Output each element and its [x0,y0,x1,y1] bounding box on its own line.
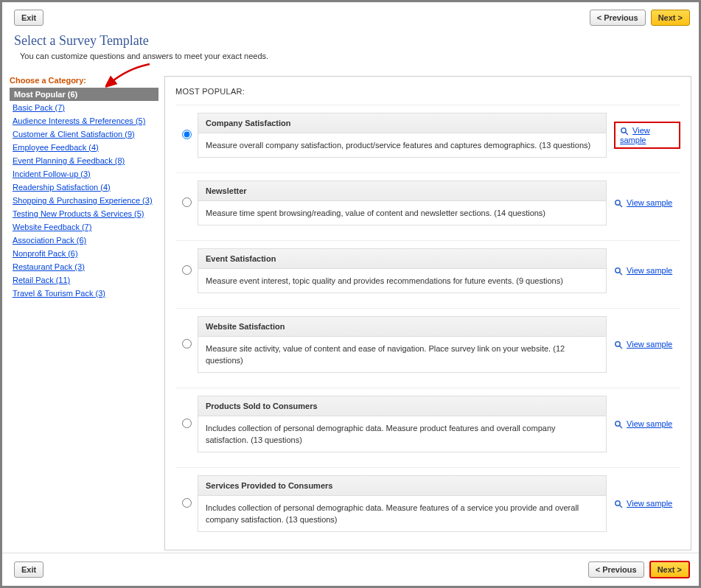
magnifier-icon [614,420,623,429]
template-row: Event Satisfaction Measure event interes… [175,240,680,308]
template-list-panel: MOST POPULAR: Company Satisfaction Measu… [164,76,691,550]
svg-point-4 [615,268,620,273]
template-row: Company Satisfaction Measure overall com… [175,105,680,172]
magnifier-icon [614,500,623,508]
template-radio[interactable] [182,265,192,275]
sidebar-item[interactable]: Employee Feedback (4) [13,143,99,152]
svg-line-3 [620,205,623,208]
template-radio[interactable] [182,130,192,139]
bottom-toolbar: Exit < Previous Next > [2,553,699,586]
sidebar-item[interactable]: Nonprofit Pack (6) [13,249,78,258]
svg-point-2 [615,200,620,205]
sidebar-item[interactable]: Incident Follow-up (3) [13,169,91,178]
magnifier-icon [614,267,623,276]
svg-line-1 [626,133,629,136]
view-sample-link[interactable]: View sample [627,198,672,207]
page-title: Select a Survey Template [14,33,687,49]
template-radio[interactable] [182,339,192,349]
template-desc: Includes collection of personal demograp… [198,416,606,452]
sidebar-item[interactable]: Readership Satisfaction (4) [13,183,111,192]
sidebar-item[interactable]: Basic Pack (7) [13,103,65,112]
next-button[interactable]: Next > [651,10,690,26]
svg-line-5 [620,273,623,276]
view-sample-link[interactable]: View sample [627,499,672,508]
template-row: Newsletter Measure time spent browsing/r… [175,172,680,240]
template-title: Services Provided to Consumers [198,476,606,496]
svg-point-6 [615,342,620,346]
template-title: Products Sold to Consumers [198,396,606,416]
template-desc: Measure event interest, topic quality an… [198,269,606,293]
template-title: Company Satisfaction [198,113,606,133]
previous-button[interactable]: < Previous [590,10,646,26]
sidebar-item[interactable]: Travel & Tourism Pack (3) [13,289,105,298]
sidebar-item[interactable]: Event Planning & Feedback (8) [13,156,125,165]
magnifier-icon [614,199,623,208]
sidebar-item[interactable]: Customer & Client Satisfaction (9) [13,130,135,139]
template-title: Newsletter [198,181,606,201]
template-desc: Measure site activity, value of content … [198,337,606,372]
template-row: Website Satisfaction Measure site activi… [175,308,680,388]
exit-button[interactable]: Exit [14,561,43,578]
next-button[interactable]: Next > [649,561,690,578]
svg-line-7 [620,346,623,349]
sidebar-item-most-popular[interactable]: Most Popular (6) [10,88,158,101]
sidebar-item[interactable]: Shopping & Purchasing Experience (3) [13,196,153,205]
sidebar-item[interactable]: Audience Interests & Preferences (5) [13,116,145,125]
svg-point-0 [621,128,626,133]
sidebar-item[interactable]: Retail Pack (11) [13,276,70,284]
sidebar-item[interactable]: Testing New Products & Services (5) [13,209,144,218]
sidebar-item[interactable]: Website Feedback (7) [13,223,91,231]
page-subtitle: You can customize questions and answers … [14,52,687,60]
template-radio[interactable] [182,498,192,508]
choose-category-label: Choose a Category: [10,76,158,85]
view-sample-link[interactable]: View sample [627,419,672,428]
exit-button[interactable]: Exit [14,10,43,26]
top-toolbar: Exit < Previous Next > [2,2,699,33]
previous-button[interactable]: < Previous [588,561,644,578]
svg-point-10 [615,501,620,505]
section-title: MOST POPULAR: [175,87,680,96]
template-row: Services Provided to Consumers Includes … [175,467,680,547]
template-desc: Includes collection of personal demograp… [198,496,606,531]
template-title: Website Satisfaction [198,317,606,337]
sidebar-item[interactable]: Association Pack (6) [13,236,86,245]
view-sample-link[interactable]: View sample [627,266,672,275]
sidebar-item[interactable]: Restaurant Pack (3) [13,262,85,271]
svg-line-9 [620,426,623,429]
template-row: Products Sold to Consumers Includes coll… [175,388,680,467]
template-title: Event Satisfaction [198,249,606,269]
svg-line-11 [620,505,623,508]
category-sidebar: Choose a Category: Most Popular (6) Basi… [10,76,164,550]
magnifier-icon [614,340,623,349]
svg-point-8 [615,421,620,426]
magnifier-icon [620,127,629,136]
template-desc: Measure time spent browsing/reading, val… [198,201,606,225]
template-radio[interactable] [182,419,192,428]
template-radio[interactable] [182,197,192,207]
template-desc: Measure overall company satisfaction, pr… [198,133,606,157]
page-header: Select a Survey Template You can customi… [2,33,699,68]
view-sample-link[interactable]: View sample [627,340,672,349]
